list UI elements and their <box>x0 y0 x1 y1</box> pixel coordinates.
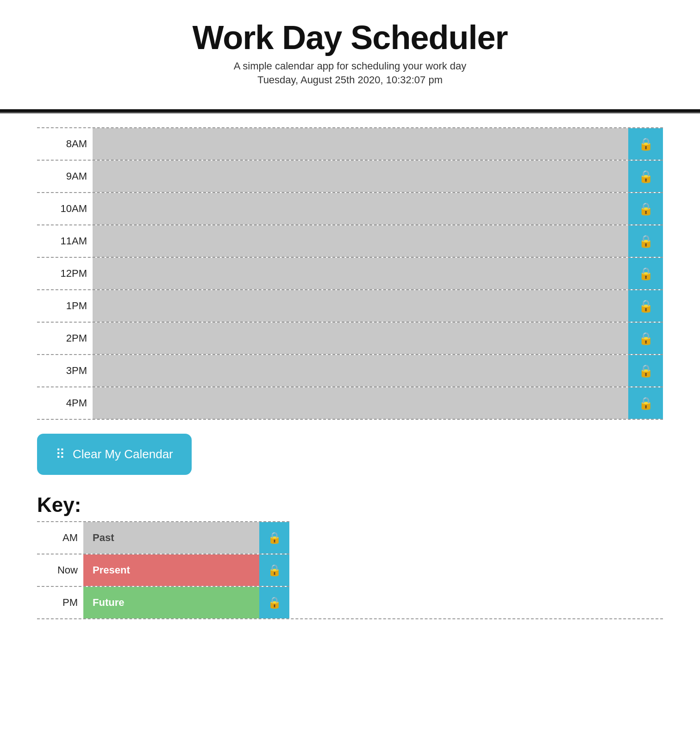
time-label-12pm: 12PM <box>37 258 93 289</box>
time-row-10am: 10AM🔒 <box>37 192 663 224</box>
key-lock-button-past[interactable]: 🔒 <box>259 522 289 554</box>
time-block-1pm[interactable] <box>93 290 628 322</box>
time-row-2pm: 2PM🔒 <box>37 322 663 354</box>
lock-icon-2pm: 🔒 <box>638 331 653 346</box>
lock-button-9am[interactable]: 🔒 <box>628 161 663 192</box>
time-row-9am: 9AM🔒 <box>37 160 663 192</box>
time-block-3pm[interactable] <box>93 355 628 386</box>
key-section: Key: AMPast🔒NowPresent🔒PMFuture🔒 <box>37 493 663 619</box>
key-block-present: Present <box>83 554 259 586</box>
time-row-1pm: 1PM🔒 <box>37 289 663 322</box>
key-lock-button-future[interactable]: 🔒 <box>259 587 289 618</box>
clear-button-container: ⠿ Clear My Calendar <box>37 434 663 475</box>
lock-button-8am[interactable]: 🔒 <box>628 128 663 160</box>
time-block-10am[interactable] <box>93 193 628 224</box>
time-block-11am[interactable] <box>93 225 628 257</box>
time-block-8am[interactable] <box>93 128 628 160</box>
lock-button-11am[interactable]: 🔒 <box>628 225 663 257</box>
lock-button-10am[interactable]: 🔒 <box>628 193 663 224</box>
time-label-10am: 10AM <box>37 193 93 224</box>
time-row-4pm: 4PM🔒 <box>37 386 663 419</box>
time-row-8am: 8AM🔒 <box>37 127 663 160</box>
lock-icon-8am: 🔒 <box>638 137 653 151</box>
subtitle: A simple calendar app for scheduling you… <box>0 60 700 72</box>
key-grid: AMPast🔒NowPresent🔒PMFuture🔒 <box>37 521 289 618</box>
time-block-12pm[interactable] <box>93 258 628 289</box>
lock-button-1pm[interactable]: 🔒 <box>628 290 663 322</box>
key-block-past: Past <box>83 522 259 554</box>
key-bottom-border <box>37 618 663 619</box>
lock-icon-9am: 🔒 <box>638 169 653 184</box>
time-block-2pm[interactable] <box>93 323 628 354</box>
key-title: Key: <box>37 493 663 517</box>
key-lock-icon-future: 🔒 <box>268 596 281 609</box>
key-label-present: Now <box>37 554 83 586</box>
time-block-9am[interactable] <box>93 161 628 192</box>
time-label-3pm: 3PM <box>37 355 93 386</box>
datetime: Tuesday, August 25th 2020, 10:32:07 pm <box>0 74 700 86</box>
key-lock-button-present[interactable]: 🔒 <box>259 554 289 586</box>
scheduler-bottom-border <box>37 419 663 420</box>
time-label-1pm: 1PM <box>37 290 93 322</box>
clear-button-label: Clear My Calendar <box>73 447 173 461</box>
key-label-past: AM <box>37 522 83 554</box>
header: Work Day Scheduler A simple calendar app… <box>0 0 700 95</box>
key-lock-icon-present: 🔒 <box>268 564 281 577</box>
header-divider <box>0 109 700 113</box>
page-title: Work Day Scheduler <box>0 19 700 56</box>
time-row-12pm: 12PM🔒 <box>37 257 663 289</box>
lock-icon-10am: 🔒 <box>638 202 653 216</box>
spinner-icon: ⠿ <box>56 447 65 462</box>
lock-button-3pm[interactable]: 🔒 <box>628 355 663 386</box>
key-row-present: NowPresent🔒 <box>37 554 289 586</box>
lock-button-2pm[interactable]: 🔒 <box>628 323 663 354</box>
key-lock-icon-past: 🔒 <box>268 531 281 544</box>
time-block-4pm[interactable] <box>93 387 628 419</box>
time-label-8am: 8AM <box>37 128 93 160</box>
time-label-2pm: 2PM <box>37 323 93 354</box>
lock-button-4pm[interactable]: 🔒 <box>628 387 663 419</box>
time-row-3pm: 3PM🔒 <box>37 354 663 386</box>
lock-icon-4pm: 🔒 <box>638 396 653 411</box>
lock-icon-1pm: 🔒 <box>638 299 653 313</box>
key-row-future: PMFuture🔒 <box>37 586 289 618</box>
scheduler-grid: 8AM🔒9AM🔒10AM🔒11AM🔒12PM🔒1PM🔒2PM🔒3PM🔒4PM🔒 <box>37 127 663 420</box>
clear-calendar-button[interactable]: ⠿ Clear My Calendar <box>37 434 192 475</box>
key-row-past: AMPast🔒 <box>37 521 289 554</box>
time-label-9am: 9AM <box>37 161 93 192</box>
lock-icon-11am: 🔒 <box>638 234 653 249</box>
lock-button-12pm[interactable]: 🔒 <box>628 258 663 289</box>
key-label-future: PM <box>37 587 83 618</box>
lock-icon-3pm: 🔒 <box>638 364 653 378</box>
time-label-11am: 11AM <box>37 225 93 257</box>
key-block-future: Future <box>83 587 259 618</box>
time-label-4pm: 4PM <box>37 387 93 419</box>
lock-icon-12pm: 🔒 <box>638 267 653 281</box>
time-row-11am: 11AM🔒 <box>37 224 663 257</box>
